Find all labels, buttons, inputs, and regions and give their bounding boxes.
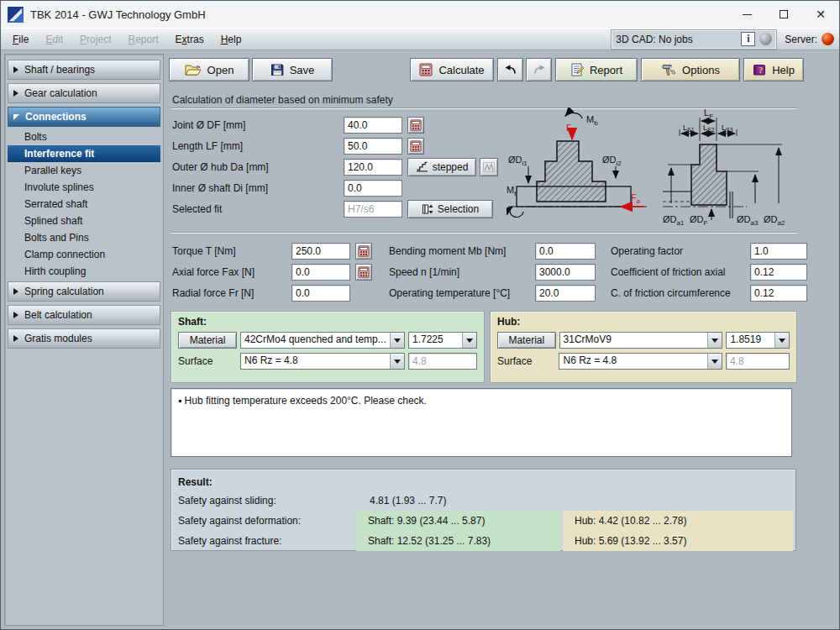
- undo-button[interactable]: [497, 58, 523, 81]
- minimize-icon: [743, 14, 752, 15]
- svg-text:LS1: LS1: [683, 123, 695, 133]
- deformation-shaft-value: Shaft: 9.39 (23.44 ... 5.87): [356, 511, 560, 531]
- sidebar-item-label: Gear calculation: [24, 87, 97, 99]
- operating-factor-input[interactable]: [750, 243, 807, 260]
- sidebar: Shaft / bearingsGear calculationConnecti…: [4, 54, 164, 626]
- deformation-label: Safety against deformation:: [178, 515, 356, 527]
- info-button[interactable]: i: [741, 32, 755, 46]
- length-lf-input[interactable]: [344, 138, 402, 155]
- minimize-button[interactable]: [728, 1, 765, 28]
- sidebar-item-parallel-keys[interactable]: Parallel keys: [8, 162, 160, 179]
- speed-input[interactable]: [535, 264, 596, 281]
- length-lf-calc-button[interactable]: [407, 138, 424, 155]
- fit-selection-button[interactable]: Selection: [407, 200, 493, 218]
- radial-force-input[interactable]: [291, 285, 350, 302]
- sidebar-item-clamp-connection[interactable]: Clamp connection: [8, 246, 160, 263]
- chevron-down-icon[interactable]: [390, 333, 404, 348]
- result-row-fracture: Safety against fracture: Shaft: 12.52 (3…: [178, 531, 789, 551]
- app-logo-icon: [8, 7, 24, 23]
- joint-df-calc-button[interactable]: [407, 117, 424, 134]
- chevron-down-icon: [13, 114, 19, 120]
- hub-roughness-field[interactable]: [726, 353, 790, 370]
- sidebar-item-label: Serrated shaft: [24, 198, 87, 210]
- window-title: TBK 2014 - GWJ Technology GmbH: [30, 8, 728, 21]
- app-body: Shaft / bearingsGear calculationConnecti…: [1, 50, 839, 629]
- sidebar-item-serrated-shaft[interactable]: Serrated shaft: [8, 196, 160, 213]
- sidebar-item-belt-calculation[interactable]: Belt calculation: [8, 305, 160, 325]
- sidebar-item-label: Belt calculation: [24, 309, 92, 321]
- sidebar-item-shaft-bearings[interactable]: Shaft / bearings: [8, 60, 160, 80]
- sidebar-item-bolts-and-pins[interactable]: Bolts and Pins: [8, 229, 160, 246]
- temperature-input[interactable]: [535, 285, 596, 302]
- close-icon: ✕: [816, 8, 826, 20]
- shaft-material-combo[interactable]: 42CrMo4 quenched and temp...: [240, 332, 405, 349]
- outer-da-input[interactable]: [344, 159, 402, 176]
- chevron-down-icon[interactable]: [390, 354, 404, 369]
- hub-forces-diagram: Mb Fr ØDi1 ØDi2 Mt Fa: [507, 108, 663, 230]
- shaft-material-number-combo[interactable]: 1.7225: [408, 332, 477, 349]
- torque-calc-button[interactable]: [355, 243, 372, 260]
- torque-input[interactable]: [291, 243, 350, 260]
- chevron-down-icon[interactable]: [707, 333, 722, 348]
- hub-material-number-combo[interactable]: 1.8519: [726, 332, 790, 349]
- bending-moment-input[interactable]: [535, 243, 596, 260]
- axial-calc-button[interactable]: [355, 264, 372, 281]
- options-button[interactable]: Options: [641, 58, 740, 81]
- maximize-icon: [780, 10, 788, 18]
- calculate-button[interactable]: Calculate: [410, 58, 494, 81]
- open-icon: [185, 63, 202, 76]
- axial-force-label: Axial force Fax [N]: [172, 266, 286, 278]
- sidebar-item-connections[interactable]: Connections: [8, 107, 160, 127]
- joint-df-input[interactable]: [344, 117, 402, 134]
- selected-fit-input[interactable]: [344, 201, 402, 218]
- save-button[interactable]: Save: [252, 58, 333, 81]
- menu-extras[interactable]: Extras: [169, 31, 211, 48]
- close-button[interactable]: ✕: [802, 1, 839, 28]
- hub-dimensions-diagram: LF LS1 LS2 LS3: [663, 108, 797, 230]
- sidebar-item-hirth-coupling[interactable]: Hirth coupling: [8, 263, 160, 280]
- hub-material-combo[interactable]: 31CrMoV9: [559, 332, 723, 349]
- shaft-surface-combo[interactable]: N6 Rz = 4.8: [240, 353, 405, 370]
- deformation-hub-value: Hub: 4.42 (10.82 ... 2.78): [563, 511, 793, 531]
- sidebar-item-bolts[interactable]: Bolts: [8, 129, 160, 145]
- sliding-value: 4.81 (1.93 ... 7.7): [356, 495, 563, 507]
- calculator-icon: [419, 63, 433, 76]
- chevron-down-icon[interactable]: [774, 333, 789, 348]
- inner-di-input[interactable]: [344, 180, 402, 197]
- open-button[interactable]: Open: [169, 58, 249, 81]
- result-title: Result:: [178, 474, 789, 491]
- hub-material-button[interactable]: Material: [497, 332, 556, 349]
- result-row-sliding: Safety against sliding: 4.81 (1.93 ... 7…: [178, 491, 789, 511]
- friction-axial-input[interactable]: [750, 264, 807, 281]
- sidebar-item-gratis-modules[interactable]: Gratis modules: [8, 328, 160, 349]
- menu-help[interactable]: Help: [214, 31, 249, 48]
- result-row-deformation: Safety against deformation: Shaft: 9.39 …: [178, 511, 789, 531]
- help-button[interactable]: Help: [743, 58, 804, 81]
- sidebar-item-involute-splines[interactable]: Involute splines: [8, 179, 160, 196]
- hub-surface-combo[interactable]: N6 Rz = 4.8: [559, 353, 722, 370]
- sidebar-item-splined-shaft[interactable]: Splined shaft: [8, 213, 160, 229]
- chevron-down-icon[interactable]: [707, 354, 722, 369]
- shaft-material-button[interactable]: Material: [178, 332, 237, 349]
- maximize-button[interactable]: [765, 1, 802, 28]
- chevron-down-icon[interactable]: [462, 333, 476, 348]
- shaft-roughness-field[interactable]: [408, 353, 477, 370]
- svg-text:LS3: LS3: [722, 123, 733, 133]
- sidebar-item-label: Shaft / bearings: [24, 64, 95, 76]
- chevron-right-icon: [13, 335, 18, 342]
- menu-file[interactable]: File: [6, 31, 35, 48]
- menu-project: Project: [73, 31, 118, 48]
- svg-text:ØDa2: ØDa2: [764, 214, 785, 227]
- sidebar-item-spring-calculation[interactable]: Spring calculation: [8, 281, 160, 302]
- shaft-panel-title: Shaft:: [178, 316, 477, 328]
- sidebar-item-gear-calculation[interactable]: Gear calculation: [8, 83, 160, 103]
- fracture-hub-value: Hub: 5.69 (13.92 ... 3.57): [563, 531, 793, 551]
- outer-da-label: Outer Ø hub Da [mm]: [172, 161, 339, 173]
- stepped-button[interactable]: stepped: [407, 158, 476, 176]
- friction-circumference-input[interactable]: [750, 285, 807, 302]
- sidebar-item-interference-fit[interactable]: Interference fit: [8, 145, 160, 162]
- axial-force-input[interactable]: [291, 264, 350, 281]
- operating-factor-label: Operating factor: [611, 245, 745, 257]
- report-button[interactable]: Report: [555, 58, 638, 81]
- sidebar-item-label: Connections: [25, 111, 87, 123]
